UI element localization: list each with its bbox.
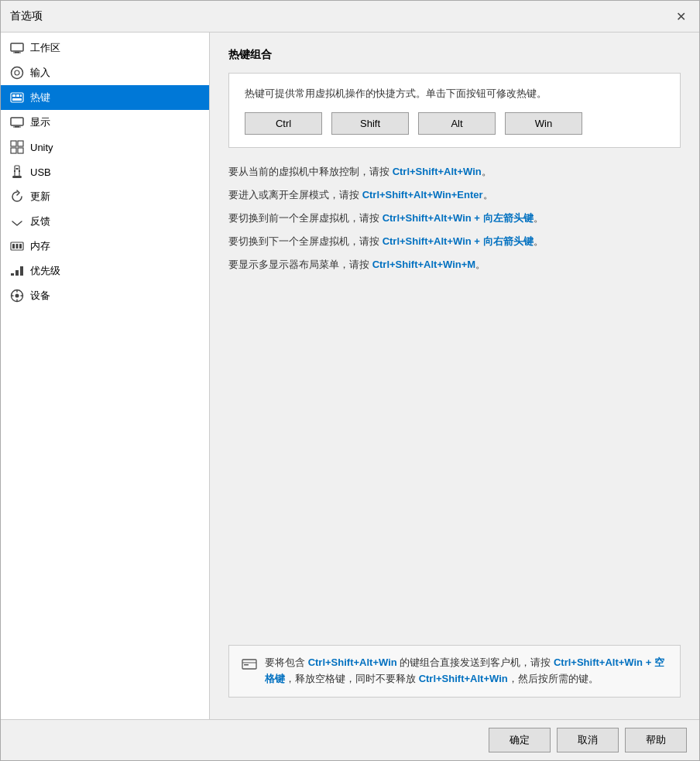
footer: 确定 取消 帮助 — [1, 719, 699, 760]
sidebar-item-update[interactable]: 更新 — [1, 184, 209, 209]
svg-rect-10 — [11, 118, 23, 125]
svg-rect-25 — [19, 244, 22, 249]
svg-rect-28 — [20, 266, 23, 276]
section-title: 热键组合 — [228, 48, 681, 62]
sidebar-label-input: 输入 — [30, 66, 50, 80]
hotkey-icon — [10, 91, 24, 105]
info-box: 要将包含 Ctrl+Shift+Alt+Win 的键组合直接发送到客户机，请按 … — [228, 645, 681, 698]
svg-rect-8 — [20, 94, 22, 97]
instructions: 要从当前的虚拟机中释放控制，请按 Ctrl+Shift+Alt+Win。 要进入… — [228, 162, 681, 278]
hotkey-desc: 热键可提供常用虚拟机操作的快捷方式。单击下面按钮可修改热键。 — [245, 86, 664, 101]
svg-rect-5 — [11, 93, 23, 102]
preferences-dialog: 首选项 ✕ 工作区 输入 — [0, 0, 700, 761]
svg-rect-27 — [15, 270, 19, 276]
svg-point-4 — [15, 70, 19, 75]
sidebar-item-hotkey[interactable]: 热键 — [1, 85, 209, 110]
info-text: 要将包含 Ctrl+Shift+Alt+Win 的键组合直接发送到客户机，请按 … — [265, 655, 667, 687]
device-icon — [10, 289, 24, 303]
svg-rect-24 — [16, 244, 19, 249]
priority-icon — [10, 264, 24, 278]
dialog-title: 首选项 — [10, 9, 43, 23]
svg-rect-33 — [244, 664, 249, 666]
hotkey-btn-alt[interactable]: Alt — [418, 112, 496, 135]
svg-rect-2 — [13, 53, 21, 53]
svg-rect-20 — [14, 170, 15, 172]
svg-rect-9 — [12, 98, 22, 101]
sidebar-item-priority[interactable]: 优先级 — [1, 259, 209, 283]
instruction-5: 要显示多显示器布局菜单，请按 Ctrl+Shift+Alt+Win+M。 — [228, 255, 681, 275]
sidebar-label-usb: USB — [30, 166, 51, 178]
sidebar-item-workspace[interactable]: 工作区 — [1, 36, 209, 60]
sidebar-label-workspace: 工作区 — [30, 41, 60, 55]
sidebar-item-input[interactable]: 输入 — [1, 60, 209, 85]
svg-rect-18 — [12, 176, 22, 178]
sidebar-item-unity[interactable]: Unity — [1, 135, 209, 159]
sidebar-label-unity: Unity — [30, 142, 53, 153]
workspace-icon — [10, 41, 24, 55]
instruction-4: 要切换到下一个全屏虚拟机，请按 Ctrl+Shift+Alt+Win + 向右箭… — [228, 231, 681, 252]
sidebar: 工作区 输入 热键 显示 — [1, 33, 210, 719]
svg-rect-15 — [11, 148, 16, 153]
svg-rect-14 — [18, 141, 23, 146]
sidebar-label-hotkey: 热键 — [30, 91, 50, 105]
hotkey-btn-ctrl[interactable]: Ctrl — [245, 112, 322, 135]
sidebar-label-feedback: 反馈 — [30, 214, 50, 228]
sidebar-item-device[interactable]: 设备 — [1, 283, 209, 308]
input-icon — [10, 66, 24, 80]
svg-rect-23 — [12, 244, 15, 249]
svg-rect-21 — [19, 170, 20, 172]
update-icon — [10, 190, 24, 204]
instruction-1: 要从当前的虚拟机中释放控制，请按 Ctrl+Shift+Alt+Win。 — [228, 162, 681, 182]
sidebar-label-display: 显示 — [30, 115, 50, 129]
feedback-icon — [10, 214, 24, 228]
content-area: 工作区 输入 热键 显示 — [1, 33, 699, 719]
memory-icon — [10, 239, 24, 253]
usb-icon — [10, 165, 24, 179]
unity-icon — [10, 140, 24, 154]
info-icon — [242, 656, 257, 677]
svg-point-30 — [15, 294, 19, 298]
svg-rect-12 — [13, 127, 21, 128]
confirm-button[interactable]: 确定 — [489, 728, 551, 752]
hotkey-buttons: Ctrl Shift Alt Win — [245, 112, 664, 135]
hotkey-btn-win[interactable]: Win — [505, 112, 582, 135]
main-panel: 热键组合 热键可提供常用虚拟机操作的快捷方式。单击下面按钮可修改热键。 Ctrl… — [210, 33, 699, 719]
sidebar-label-memory: 内存 — [30, 239, 50, 253]
svg-rect-19 — [16, 168, 19, 170]
svg-point-3 — [12, 67, 23, 79]
hotkey-box: 热键可提供常用虚拟机操作的快捷方式。单击下面按钮可修改热键。 Ctrl Shif… — [228, 73, 681, 148]
sidebar-label-device: 设备 — [30, 289, 50, 303]
display-icon — [10, 115, 24, 129]
instruction-2: 要进入或离开全屏模式，请按 Ctrl+Shift+Alt+Win+Enter。 — [228, 185, 681, 205]
close-button[interactable]: ✕ — [671, 7, 690, 26]
sidebar-item-usb[interactable]: USB — [1, 159, 209, 184]
sidebar-item-memory[interactable]: 内存 — [1, 234, 209, 259]
svg-rect-0 — [11, 43, 23, 51]
sidebar-label-update: 更新 — [30, 190, 50, 204]
instruction-3: 要切换到前一个全屏虚拟机，请按 Ctrl+Shift+Alt+Win + 向左箭… — [228, 208, 681, 228]
svg-rect-13 — [11, 141, 16, 146]
hotkey-btn-shift[interactable]: Shift — [331, 112, 409, 135]
sidebar-label-priority: 优先级 — [30, 264, 60, 278]
svg-rect-6 — [12, 94, 15, 97]
sidebar-item-feedback[interactable]: 反馈 — [1, 209, 209, 234]
svg-rect-16 — [18, 148, 23, 153]
help-button[interactable]: 帮助 — [625, 728, 687, 752]
sidebar-item-display[interactable]: 显示 — [1, 110, 209, 135]
cancel-button[interactable]: 取消 — [557, 728, 619, 752]
svg-rect-7 — [16, 94, 19, 97]
title-bar: 首选项 ✕ — [1, 1, 699, 33]
svg-rect-26 — [11, 273, 14, 276]
